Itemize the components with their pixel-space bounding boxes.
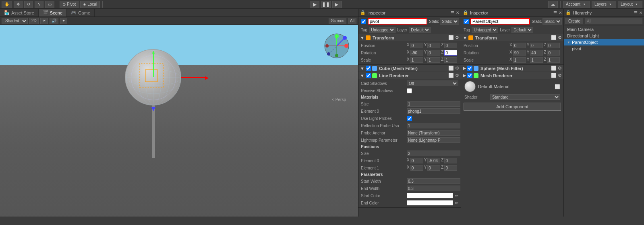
move-tool-btn[interactable]: ✥ <box>14 1 23 8</box>
pivot-layer-select[interactable]: Default <box>409 27 431 33</box>
parent-transform-header[interactable]: ▼ Transform ⬜ ⚙ <box>461 34 563 41</box>
hierarchy-menu-icon[interactable]: ☰ <box>634 10 638 15</box>
cube-copy-icon[interactable]: ⬜ <box>448 66 454 71</box>
scale-tool-btn[interactable]: ⤡ <box>35 1 43 8</box>
parent-active-checkbox[interactable] <box>464 19 469 24</box>
line-gear-icon[interactable]: ⚙ <box>455 73 459 78</box>
scale-x-input[interactable] <box>410 57 423 63</box>
parent-transform-gear-icon[interactable]: ⚙ <box>558 35 562 40</box>
inspector-2-scroll[interactable]: Static Static Tag Untagged Layer Default <box>461 17 563 217</box>
rot-y-input[interactable] <box>427 50 440 56</box>
pivot-tag-select[interactable]: Untagged <box>369 27 396 33</box>
inspector-1-menu-icon[interactable]: ☰ <box>451 10 454 15</box>
sphere-mesh-filter-header[interactable]: ▶ Sphere (Mesh Filter) ⬜ ⚙ <box>461 65 563 72</box>
cube-active-checkbox[interactable] <box>366 66 371 71</box>
inspector-1-close-icon[interactable]: ✕ <box>456 10 459 15</box>
reflection-probe-input[interactable] <box>407 123 460 128</box>
parent-rot-x-input[interactable] <box>513 50 526 56</box>
inspector-2-menu-icon[interactable]: ☰ <box>553 10 557 15</box>
hand-tool-btn[interactable]: ✋ <box>2 1 12 8</box>
pivot-active-checkbox[interactable] <box>361 19 366 24</box>
parent-layer-select[interactable]: Default <box>511 27 533 33</box>
pivot-static-select[interactable]: Static <box>440 18 459 25</box>
shaded-select[interactable]: Shaded <box>2 18 28 24</box>
el0-z-input[interactable] <box>444 158 457 163</box>
scene-tab[interactable]: 🎬 Scene <box>39 9 67 17</box>
inspector-2-lock-icon[interactable]: 🔒 <box>463 10 468 15</box>
material-goto-icon[interactable]: ⬜ <box>555 84 560 89</box>
pivot-btn[interactable]: ⊙ Pivot <box>60 1 79 8</box>
element0-input[interactable] <box>407 108 460 114</box>
light-btn[interactable]: ☀ <box>40 18 48 24</box>
rot-x-input[interactable] <box>410 50 423 56</box>
parent-scale-z-input[interactable] <box>547 57 560 63</box>
hierarchy-search-input[interactable] <box>585 18 642 24</box>
use-light-probes-checkbox[interactable] <box>407 116 412 121</box>
end-color-picker-icon[interactable]: ✏ <box>455 200 458 206</box>
fx-btn[interactable]: ✦ <box>60 18 67 24</box>
account-dropdown[interactable]: Account <box>563 1 590 8</box>
parent-transform-copy-icon[interactable]: ⬜ <box>551 35 557 40</box>
rot-z-input[interactable] <box>444 50 457 56</box>
inspector-1-scroll[interactable]: Static Static Tag Untagged Layer Default <box>358 17 461 217</box>
pos-x-input[interactable] <box>410 43 423 48</box>
mesh-renderer-gear-icon[interactable]: ⚙ <box>558 73 562 78</box>
line-active-checkbox[interactable] <box>366 73 371 78</box>
end-width-input[interactable] <box>407 186 460 191</box>
main-camera-item[interactable]: Main Camera <box>564 26 644 33</box>
el0-x-input[interactable] <box>410 158 423 163</box>
hierarchy-create-btn[interactable]: Create <box>565 18 583 24</box>
el1-z-input[interactable] <box>444 165 457 171</box>
cube-gear-icon[interactable]: ⚙ <box>455 66 459 71</box>
start-width-input[interactable] <box>407 178 460 184</box>
hierarchy-close-icon[interactable]: ✕ <box>639 10 642 15</box>
parent-pos-x-input[interactable] <box>513 43 526 48</box>
local-btn[interactable]: ◈ Local <box>80 1 100 8</box>
parent-pos-y-input[interactable] <box>530 43 543 48</box>
shader-select[interactable]: Standard <box>490 94 560 100</box>
sphere-mesh-copy-icon[interactable]: ⬜ <box>551 66 557 71</box>
transform-gear-icon[interactable]: ⚙ <box>455 35 459 40</box>
parent-scale-x-input[interactable] <box>513 57 526 63</box>
hierarchy-lock-icon[interactable]: 🔒 <box>565 10 571 15</box>
parent-tag-select[interactable]: Untagged <box>472 27 498 33</box>
directional-light-item[interactable]: Directional Light <box>564 33 644 39</box>
line-renderer-header[interactable]: ▼ Line Renderer ⬜ ⚙ <box>358 72 461 79</box>
pause-btn[interactable]: ❚❚ <box>321 1 331 8</box>
parent-rot-z-input[interactable] <box>547 50 560 56</box>
parent-object-item[interactable]: ▼ ParentObject <box>564 39 644 45</box>
el0-y-input[interactable] <box>427 158 440 163</box>
2d-btn[interactable]: 2D <box>29 18 39 24</box>
audio-btn[interactable]: 🔊 <box>50 18 58 24</box>
scale-y-input[interactable] <box>427 57 440 63</box>
line-copy-icon[interactable]: ⬜ <box>448 73 454 78</box>
all-btn[interactable]: All <box>348 18 356 24</box>
lightmap-param-input[interactable] <box>407 137 460 143</box>
start-color-swatch[interactable] <box>407 193 453 198</box>
inspector-2-close-icon[interactable]: ✕ <box>559 10 562 15</box>
step-btn[interactable]: ▶| <box>332 1 342 8</box>
el1-y-input[interactable] <box>427 165 440 171</box>
rect-tool-btn[interactable]: ▭ <box>45 1 54 8</box>
probe-anchor-input[interactable] <box>407 130 460 136</box>
layout-dropdown[interactable]: Layout <box>618 1 642 8</box>
play-btn[interactable]: ▶ <box>310 1 319 8</box>
inspector-1-lock-icon[interactable]: 🔒 <box>360 10 366 15</box>
mat-size-input[interactable] <box>407 101 460 107</box>
parent-name-input[interactable] <box>470 18 530 25</box>
rotate-tool-btn[interactable]: ↺ <box>24 1 33 8</box>
end-color-swatch[interactable] <box>407 200 453 206</box>
mesh-renderer-copy-icon[interactable]: ⬜ <box>551 73 557 78</box>
scale-z-input[interactable] <box>444 57 457 63</box>
pos-y-input[interactable] <box>427 43 440 48</box>
transform-copy-icon[interactable]: ⬜ <box>448 35 454 40</box>
receive-shadows-checkbox[interactable] <box>407 88 412 93</box>
cloud-btn[interactable]: ☁ <box>548 1 558 8</box>
el1-x-input[interactable] <box>410 165 423 171</box>
parent-rot-y-input[interactable] <box>530 50 543 56</box>
mesh-renderer-active-checkbox[interactable] <box>467 73 472 78</box>
parent-scale-y-input[interactable] <box>530 57 543 63</box>
add-component-btn[interactable]: Add Component <box>464 103 561 111</box>
pos-z-input[interactable] <box>444 43 457 48</box>
game-tab[interactable]: 🎮 Game <box>67 9 95 17</box>
